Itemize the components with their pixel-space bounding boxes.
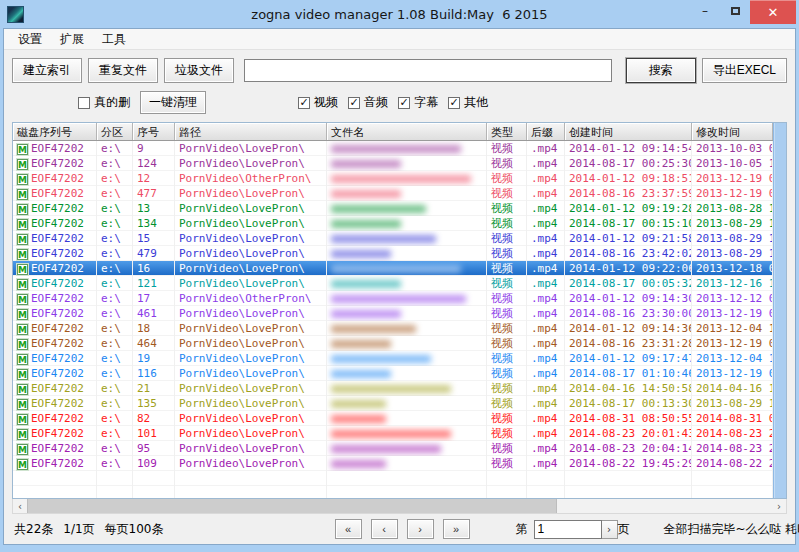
column-header[interactable]: 后缀 xyxy=(527,123,565,140)
censored-filename xyxy=(331,400,386,408)
serial-cell: MEOF47202 xyxy=(13,351,97,366)
table-row[interactable]: MEOF47202e:\21PornVideo\LovePron\视频.mp42… xyxy=(13,381,773,396)
table-row[interactable]: MEOF47202e:\464PornVideo\LovePron\视频.mp4… xyxy=(13,336,773,351)
created-cell: 2014-08-17 00:25:30 xyxy=(565,156,692,171)
type-cell: 视频 xyxy=(487,441,527,456)
table-row[interactable]: MEOF47202e:\479PornVideo\LovePron\视频.mp4… xyxy=(13,246,773,261)
serial-cell: MEOF47202 xyxy=(13,456,97,471)
table-row[interactable]: MEOF47202e:\477PornVideo\LovePron\视频.mp4… xyxy=(13,186,773,201)
pager-button[interactable]: ‹ xyxy=(371,519,398,539)
column-header[interactable]: 修改时间 xyxy=(692,123,773,140)
filename-cell xyxy=(327,321,487,336)
column-header[interactable]: 分区 xyxy=(97,123,133,140)
really-delete-checkbox[interactable]: 真的删 xyxy=(78,94,130,111)
horizontal-scroll-thumb[interactable] xyxy=(27,499,557,513)
filter-checkbox[interactable]: ✓字幕 xyxy=(398,94,438,111)
junk-files-button[interactable]: 垃圾文件 xyxy=(164,58,234,83)
pager-button[interactable]: » xyxy=(443,519,470,539)
close-button[interactable]: ✕ xyxy=(750,0,796,24)
created-cell: 2014-01-12 09:18:51 xyxy=(565,171,692,186)
table-row[interactable]: MEOF47202e:\9PornVideo\LovePron\视频.mp420… xyxy=(13,141,773,156)
suffix-cell: .mp4 xyxy=(527,276,565,291)
sequence-cell: 464 xyxy=(133,336,175,351)
modified-cell: 2013-08-29 15:50:04 xyxy=(692,246,773,261)
path-cell: PornVideo\LovePron\ xyxy=(175,411,327,426)
minimize-button[interactable]: – xyxy=(690,0,720,22)
column-header[interactable]: 创建时间 xyxy=(565,123,692,140)
partition-cell: e:\ xyxy=(97,411,133,426)
table-row[interactable]: MEOF47202e:\12PornVideo\OtherPron\视频.mp4… xyxy=(13,171,773,186)
created-cell: 2014-01-12 09:17:47 xyxy=(565,351,692,366)
horizontal-scrollbar[interactable]: ‹ › xyxy=(12,499,787,514)
column-header[interactable]: 类型 xyxy=(487,123,527,140)
column-header[interactable]: 路径 xyxy=(175,123,327,140)
maximize-button[interactable] xyxy=(720,0,750,22)
filename-cell xyxy=(327,396,487,411)
table-row[interactable]: MEOF47202e:\135PornVideo\LovePron\视频.mp4… xyxy=(13,396,773,411)
menu-item[interactable]: 扩展 xyxy=(53,29,91,50)
menu-item[interactable]: 工具 xyxy=(95,29,133,50)
table-row[interactable]: MEOF47202e:\17PornVideo\OtherPron\视频.mp4… xyxy=(13,291,773,306)
table-row[interactable]: MEOF47202e:\134PornVideo\LovePron\视频.mp4… xyxy=(13,216,773,231)
marked-icon: M xyxy=(17,189,28,200)
type-cell: 视频 xyxy=(487,156,527,171)
table-row[interactable]: MEOF47202e:\16PornVideo\LovePron\视频.mp42… xyxy=(13,261,773,276)
column-header[interactable]: 磁盘序列号 xyxy=(13,123,97,140)
table-row[interactable]: MEOF47202e:\121PornVideo\LovePron\视频.mp4… xyxy=(13,276,773,291)
created-cell: 2014-08-16 23:30:00 xyxy=(565,306,692,321)
table-row[interactable]: MEOF47202e:\13PornVideo\LovePron\视频.mp42… xyxy=(13,201,773,216)
type-cell: 视频 xyxy=(487,201,527,216)
search-button[interactable]: 搜索 xyxy=(626,58,696,83)
title-bar: zogna video manager 1.08 Build:May 6 201… xyxy=(3,0,796,28)
table-row[interactable]: MEOF47202e:\18PornVideo\LovePron\视频.mp42… xyxy=(13,321,773,336)
created-cell: 2014-08-17 00:15:10 xyxy=(565,216,692,231)
sequence-cell: 121 xyxy=(133,276,175,291)
table-row[interactable]: MEOF47202e:\15PornVideo\LovePron\视频.mp42… xyxy=(13,231,773,246)
table-row[interactable]: MEOF47202e:\19PornVideo\LovePron\视频.mp42… xyxy=(13,351,773,366)
partition-cell: e:\ xyxy=(97,276,133,291)
table-row[interactable]: MEOF47202e:\82PornVideo\LovePron\视频.mp42… xyxy=(13,411,773,426)
duplicate-files-button[interactable]: 重复文件 xyxy=(88,58,158,83)
partition-cell: e:\ xyxy=(97,321,133,336)
menu-item[interactable]: 设置 xyxy=(11,29,49,50)
sequence-cell: 109 xyxy=(133,456,175,471)
search-input[interactable] xyxy=(244,59,612,82)
created-cell: 2014-01-12 09:21:58 xyxy=(565,231,692,246)
column-header[interactable]: 文件名 xyxy=(327,123,487,140)
table-row[interactable]: MEOF47202e:\116PornVideo\LovePron\视频.mp4… xyxy=(13,366,773,381)
export-excel-button[interactable]: 导出EXECL xyxy=(702,58,787,83)
table-row[interactable]: MEOF47202e:\124PornVideo\LovePron\视频.mp4… xyxy=(13,156,773,171)
page-suffix-label: 页 xyxy=(618,521,630,538)
scroll-left-arrow-icon[interactable]: ‹ xyxy=(13,499,27,513)
table-row[interactable]: MEOF47202e:\461PornVideo\LovePron\视频.mp4… xyxy=(13,306,773,321)
column-header[interactable]: 序号 xyxy=(133,123,175,140)
serial-cell: MEOF47202 xyxy=(13,231,97,246)
partition-cell: e:\ xyxy=(97,201,133,216)
censored-filename xyxy=(331,265,461,273)
filter-checkbox[interactable]: ✓视频 xyxy=(298,94,338,111)
menu-bar: 设置扩展工具 xyxy=(4,29,795,50)
suffix-cell: .mp4 xyxy=(527,351,565,366)
pager-button[interactable]: « xyxy=(335,519,362,539)
client-area: 设置扩展工具 建立索引 重复文件 垃圾文件 搜索 导出EXECL 真的删 一键清… xyxy=(3,28,796,545)
type-cell: 视频 xyxy=(487,246,527,261)
one-click-clean-button[interactable]: 一键清理 xyxy=(140,91,206,114)
vertical-scrollbar[interactable] xyxy=(773,123,786,498)
filter-checkbox[interactable]: ✓音频 xyxy=(348,94,388,111)
path-cell: PornVideo\LovePron\ xyxy=(175,276,327,291)
build-index-button[interactable]: 建立索引 xyxy=(12,58,82,83)
modified-cell: 2013-08-29 15:36:56 xyxy=(692,231,773,246)
path-cell: PornVideo\LovePron\ xyxy=(175,366,327,381)
go-page-button[interactable]: › xyxy=(602,520,618,539)
marked-icon: M xyxy=(17,159,28,170)
modified-cell: 2013-12-04 15:44:10 xyxy=(692,351,773,366)
scroll-right-arrow-icon[interactable]: › xyxy=(772,499,786,513)
table-row[interactable]: MEOF47202e:\101PornVideo\LovePron\视频.mp4… xyxy=(13,426,773,441)
filter-checkbox[interactable]: ✓其他 xyxy=(448,94,488,111)
censored-filename xyxy=(331,340,391,348)
page-number-input[interactable] xyxy=(534,520,602,539)
pager-button[interactable]: › xyxy=(407,519,434,539)
filename-cell xyxy=(327,351,487,366)
table-row[interactable]: MEOF47202e:\109PornVideo\LovePron\视频.mp4… xyxy=(13,456,773,471)
table-row[interactable]: MEOF47202e:\95PornVideo\LovePron\视频.mp42… xyxy=(13,441,773,456)
